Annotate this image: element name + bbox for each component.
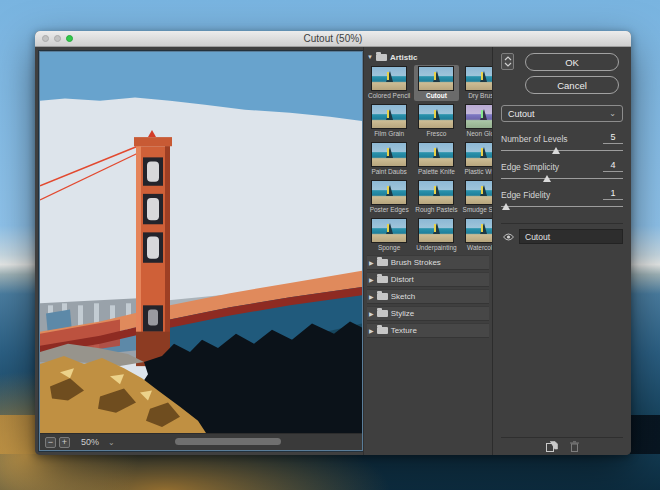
filter-select-value: Cutout [508, 109, 535, 119]
slider-thumb[interactable] [543, 175, 551, 182]
preview-statusbar: − + 50% ⌄ [40, 433, 362, 450]
disclosure-triangle-down-icon[interactable]: ▼ [367, 54, 373, 60]
filter-thumb-image [371, 180, 407, 205]
folder-icon [377, 259, 388, 266]
effect-layers-section: Cutout [501, 223, 623, 455]
cancel-button[interactable]: Cancel [525, 76, 619, 94]
category-distort[interactable]: ▶ Distort [367, 272, 489, 287]
filter-thumb-cutout[interactable]: Cutout [414, 65, 458, 101]
filter-thumb-watercolor[interactable]: Watercolor [462, 217, 493, 253]
folder-open-icon [376, 54, 387, 61]
chevron-down-icon: ⌄ [609, 109, 616, 118]
filter-thumb-image [465, 104, 493, 129]
visibility-eye-icon[interactable] [501, 233, 515, 241]
filter-thumb-sponge[interactable]: Sponge [367, 217, 411, 253]
filter-thumb-image [418, 142, 454, 167]
slider-edge-simplicity: Edge Simplicity 4 [501, 160, 623, 179]
slider-thumb[interactable] [552, 147, 560, 154]
filter-thumb-palette-knife[interactable]: Palette Knife [414, 141, 458, 177]
double-chevron-icon [504, 56, 512, 67]
filter-thumb-image [465, 66, 493, 91]
horizontal-scrollbar[interactable] [175, 438, 281, 445]
edge-simplicity-track[interactable] [501, 178, 623, 179]
dialog-title: Cutout (50%) [35, 33, 631, 44]
new-effect-layer-icon[interactable] [546, 441, 558, 452]
filter-thumb-film-grain[interactable]: Film Grain [367, 103, 411, 139]
filter-thumb-image [465, 142, 493, 167]
folder-icon [377, 327, 388, 334]
filter-thumb-image [371, 66, 407, 91]
filter-thumb-underpainting[interactable]: Underpainting [414, 217, 458, 253]
slider-edge-fidelity: Edge Fidelity 1 [501, 188, 623, 207]
ok-button[interactable]: OK [525, 53, 619, 71]
filter-list-pane: ▼ Artistic Colored Pencil Cutout Dry Bru… [363, 47, 493, 455]
filter-thumb-image [465, 180, 493, 205]
filter-settings-pane: OK Cancel Cutout ⌄ Number of Levels 5 [493, 47, 631, 455]
filter-thumb-paint-daubs[interactable]: Paint Daubs [367, 141, 411, 177]
filter-thumb-image [418, 218, 454, 243]
filter-preview-image[interactable] [40, 52, 362, 433]
filter-thumb-fresco[interactable]: Fresco [414, 103, 458, 139]
folder-icon [377, 276, 388, 283]
filter-thumb-image [418, 66, 454, 91]
disclosure-triangle-right-icon[interactable]: ▶ [369, 328, 374, 334]
disclosure-triangle-right-icon[interactable]: ▶ [369, 277, 374, 283]
category-sketch[interactable]: ▶ Sketch [367, 289, 489, 304]
category-texture[interactable]: ▶ Texture [367, 323, 489, 338]
edge-simplicity-value[interactable]: 4 [603, 160, 623, 172]
filter-thumb-image [371, 218, 407, 243]
slider-thumb[interactable] [502, 203, 510, 210]
disclosure-triangle-right-icon[interactable]: ▶ [369, 294, 374, 300]
category-artistic[interactable]: ▼ Artistic [367, 51, 489, 63]
effect-layer-name: Cutout [519, 229, 623, 244]
cutout-preview-art [40, 52, 362, 433]
category-stylize[interactable]: ▶ Stylize [367, 306, 489, 321]
filter-thumb-image [418, 180, 454, 205]
zoom-out-button[interactable]: − [45, 437, 56, 448]
edge-fidelity-track[interactable] [501, 206, 623, 207]
filter-thumb-image [465, 218, 493, 243]
filter-thumb-image [371, 142, 407, 167]
zoom-in-button[interactable]: + [59, 437, 70, 448]
zoom-level-caret-icon[interactable]: ⌄ [108, 438, 115, 447]
number-of-levels-track[interactable] [501, 150, 623, 151]
category-brush-strokes[interactable]: ▶ Brush Strokes [367, 255, 489, 270]
filter-select-dropdown[interactable]: Cutout ⌄ [501, 105, 623, 122]
filter-thumb-poster-edges[interactable]: Poster Edges [367, 179, 411, 215]
filter-thumb-neon-glow[interactable]: Neon Glow [462, 103, 493, 139]
slider-number-of-levels: Number of Levels 5 [501, 132, 623, 151]
number-of-levels-value[interactable]: 5 [603, 132, 623, 144]
disclosure-triangle-right-icon[interactable]: ▶ [369, 260, 374, 266]
filter-thumb-colored-pencil[interactable]: Colored Pencil [367, 65, 411, 101]
filter-thumb-dry-brush[interactable]: Dry Brush [462, 65, 493, 101]
disclosure-triangle-right-icon[interactable]: ▶ [369, 311, 374, 317]
filter-thumbnail-grid: Colored Pencil Cutout Dry Brush Film Gra… [367, 65, 489, 253]
dialog-titlebar[interactable]: Cutout (50%) [35, 31, 631, 47]
edge-fidelity-value[interactable]: 1 [603, 188, 623, 200]
filter-thumb-plastic-wrap[interactable]: Plastic Wrap [462, 141, 493, 177]
filter-thumb-image [371, 104, 407, 129]
folder-icon [377, 310, 388, 317]
zoom-level-value[interactable]: 50% [81, 437, 99, 447]
filter-thumb-rough-pastels[interactable]: Rough Pastels [414, 179, 458, 215]
preview-pane: − + 50% ⌄ [39, 51, 363, 451]
folder-icon [377, 293, 388, 300]
filter-thumb-smudge-stick[interactable]: Smudge Stick [462, 179, 493, 215]
filter-gallery-dialog: Cutout (50%) [35, 31, 631, 455]
effect-layers-toolbar [501, 437, 623, 455]
toggle-thumbnails-button[interactable] [501, 53, 514, 70]
filter-thumb-image [418, 104, 454, 129]
delete-effect-layer-icon[interactable] [570, 441, 579, 452]
effect-layer-row[interactable]: Cutout [501, 229, 623, 244]
